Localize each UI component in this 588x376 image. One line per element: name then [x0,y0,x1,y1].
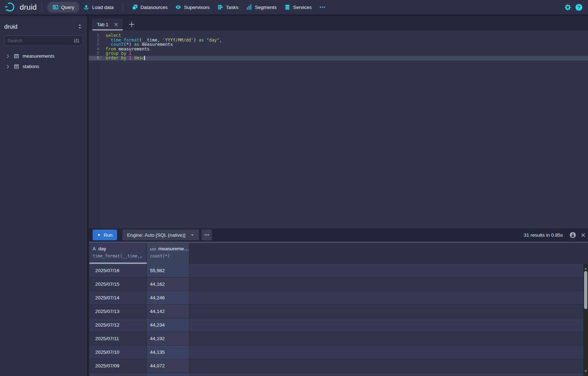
tab-close-icon[interactable] [114,23,118,26]
settings-gear-icon[interactable] [564,4,571,11]
cell-measurements[interactable]: 44,192 [147,332,189,345]
druid-console: druid QueryLoad dataDatasourcesSuperviso… [0,0,588,376]
nav-item-load-data[interactable]: Load data [79,2,117,13]
nav-item-label: Load data [92,5,113,10]
help-icon[interactable]: ? [575,4,582,11]
search-input[interactable] [8,38,74,43]
tab-bar: Tab 1 [89,16,588,30]
code-lines: select time_format(__time, 'YYYY/MM/dd')… [89,30,588,228]
line-number: 6 [89,56,102,61]
table-row: 2025/07/1044,135 [89,346,588,359]
nav-item-supervisors[interactable]: Supervisors [171,2,213,13]
table-icon [14,53,19,59]
nav-right: ? [564,4,582,11]
nav-item-query[interactable]: Query [47,2,80,13]
chevron-right-icon[interactable] [6,64,10,69]
column-header-measurements[interactable]: 123 measureme… count(*) [147,243,189,264]
filter-sliders-icon[interactable] [74,38,79,44]
more-icon [320,4,325,10]
run-bar: Run Engine: Auto [SQL (native)] 31 resul… [89,228,588,242]
nav-item-label: Supervisors [184,5,209,10]
supervisors-icon [175,4,181,10]
cell-day[interactable]: 2025/07/14 [89,291,147,304]
nav-item-label: Segments [255,5,277,10]
double-caret-sort-icon[interactable] [77,24,83,29]
engine-select[interactable]: Engine: Auto [SQL (native)] [122,230,199,240]
nav-item-more[interactable] [316,2,329,13]
new-tab-button[interactable] [129,21,135,27]
druid-logo-icon [4,2,16,13]
cell-measurements[interactable]: 44,162 [147,278,189,291]
cell-measurements[interactable]: 44,072 [147,359,189,372]
cell-measurements[interactable]: 44,135 [147,346,189,359]
nav-item-datasources[interactable]: Datasources [128,2,172,13]
nav-divider [42,3,42,11]
schema-header: druid [4,21,83,32]
table-row: 2025/07/1655,982 [89,264,588,278]
tree-item-stations[interactable]: stations [4,61,83,72]
nav-item-label: Datasources [141,5,168,10]
text-cursor [144,56,145,60]
tree-item-label: measurements [23,53,54,59]
cell-day[interactable]: 2025/07/12 [89,318,147,332]
cell-day[interactable]: 2025/07/15 [89,278,147,291]
string-type-icon: A [93,246,96,251]
cell-day[interactable]: 2025/07/10 [89,346,147,359]
query-more-button[interactable] [201,230,212,240]
nav-item-services[interactable]: Services [281,2,316,13]
tab-tab1[interactable]: Tab 1 [92,19,123,30]
results-rows: 2025/07/1655,9822025/07/1544,1622025/07/… [89,264,588,373]
scrollbar-thumb[interactable] [584,271,587,309]
query-pane: Tab 1 select time_format(__time, 'YYYY/M… [89,16,588,376]
cell-day[interactable]: 2025/07/11 [89,332,147,345]
sql-editor[interactable]: select time_format(__time, 'YYYY/MM/dd')… [89,30,588,228]
column-header-day[interactable]: A day time_format(__time,… [89,243,146,264]
play-icon [97,233,101,237]
table-scrollbar[interactable] [583,264,588,376]
cell-day[interactable]: 2025/07/13 [89,305,147,318]
scroll-down-icon[interactable] [584,368,587,371]
line-number: 1 [89,33,102,38]
nav-item-label: Services [293,5,312,10]
download-results-icon[interactable] [569,232,576,238]
number-type-icon: 123 [150,247,156,251]
run-button[interactable]: Run [93,230,117,240]
caret-down-icon [190,233,194,237]
cell-day[interactable]: 2025/07/16 [89,264,147,277]
scroll-up-icon[interactable] [584,265,587,269]
clear-results-icon[interactable] [581,233,585,237]
results-table: A day time_format(__time,… 123 measureme… [89,243,588,376]
services-icon [285,4,290,10]
table-icon [14,64,19,69]
cell-measurements[interactable]: 44,142 [147,305,189,318]
nav-item-label: Query [61,5,74,10]
table-row: 2025/07/0944,072 [89,359,588,373]
code-line[interactable]: from measurements [89,47,588,52]
line-number: 3 [89,42,102,47]
chevron-right-icon[interactable] [6,54,10,58]
table-row: 2025/07/1244,234 [89,318,588,332]
segments-icon [246,4,252,10]
results-summary: 31 results in 0.85s [524,232,563,238]
tree-item-measurements[interactable]: measurements [4,51,83,61]
table-row: 2025/07/1444,246 [89,291,588,305]
search-box [4,35,83,46]
line-number: 4 [89,47,102,52]
cell-day[interactable]: 2025/07/09 [89,359,147,372]
code-line[interactable]: group by 1 [89,51,588,56]
code-line[interactable]: order by 1 desc [89,56,588,61]
schema-sidebar: druid measurementsstations [0,16,87,376]
nav-item-tasks[interactable]: Tasks [214,2,243,13]
cell-measurements[interactable]: 44,234 [147,318,189,332]
cell-measurements[interactable]: 55,982 [147,264,189,277]
top-nav: druid QueryLoad dataDatasourcesSuperviso… [0,0,588,14]
code-line[interactable]: count(*) as measurements [89,42,588,47]
cell-measurements[interactable]: 44,246 [147,291,189,304]
tasks-icon [218,4,223,10]
tree-item-label: stations [23,64,39,69]
line-number: 2 [89,38,102,43]
partial-row [89,373,588,376]
nav-item-segments[interactable]: Segments [242,2,281,13]
line-number-gutter: 123456 [89,30,102,228]
table-row: 2025/07/1144,192 [89,332,588,346]
